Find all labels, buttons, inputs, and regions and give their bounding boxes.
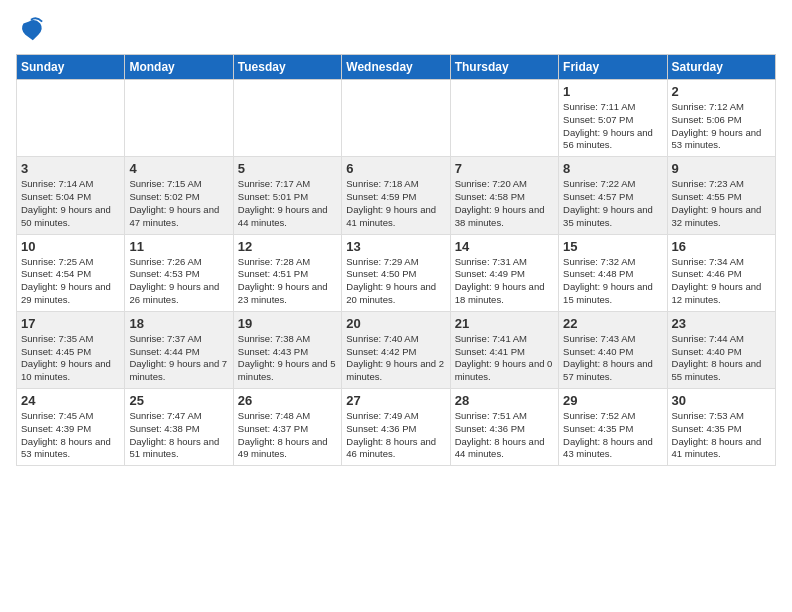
day-number: 14: [455, 239, 554, 254]
calendar-cell: 17Sunrise: 7:35 AM Sunset: 4:45 PM Dayli…: [17, 311, 125, 388]
calendar-cell: [233, 80, 341, 157]
calendar-cell: 6Sunrise: 7:18 AM Sunset: 4:59 PM Daylig…: [342, 157, 450, 234]
day-number: 2: [672, 84, 771, 99]
col-header-friday: Friday: [559, 55, 667, 80]
day-number: 30: [672, 393, 771, 408]
calendar-cell: 24Sunrise: 7:45 AM Sunset: 4:39 PM Dayli…: [17, 389, 125, 466]
day-info: Sunrise: 7:14 AM Sunset: 5:04 PM Dayligh…: [21, 178, 120, 229]
calendar-week-row: 24Sunrise: 7:45 AM Sunset: 4:39 PM Dayli…: [17, 389, 776, 466]
day-info: Sunrise: 7:23 AM Sunset: 4:55 PM Dayligh…: [672, 178, 771, 229]
day-info: Sunrise: 7:48 AM Sunset: 4:37 PM Dayligh…: [238, 410, 337, 461]
calendar-cell: 21Sunrise: 7:41 AM Sunset: 4:41 PM Dayli…: [450, 311, 558, 388]
logo: [16, 16, 48, 44]
calendar-cell: 27Sunrise: 7:49 AM Sunset: 4:36 PM Dayli…: [342, 389, 450, 466]
calendar-cell: 20Sunrise: 7:40 AM Sunset: 4:42 PM Dayli…: [342, 311, 450, 388]
day-info: Sunrise: 7:17 AM Sunset: 5:01 PM Dayligh…: [238, 178, 337, 229]
day-info: Sunrise: 7:34 AM Sunset: 4:46 PM Dayligh…: [672, 256, 771, 307]
day-info: Sunrise: 7:25 AM Sunset: 4:54 PM Dayligh…: [21, 256, 120, 307]
calendar-cell: 11Sunrise: 7:26 AM Sunset: 4:53 PM Dayli…: [125, 234, 233, 311]
calendar-cell: 13Sunrise: 7:29 AM Sunset: 4:50 PM Dayli…: [342, 234, 450, 311]
day-info: Sunrise: 7:45 AM Sunset: 4:39 PM Dayligh…: [21, 410, 120, 461]
day-info: Sunrise: 7:12 AM Sunset: 5:06 PM Dayligh…: [672, 101, 771, 152]
day-info: Sunrise: 7:32 AM Sunset: 4:48 PM Dayligh…: [563, 256, 662, 307]
day-info: Sunrise: 7:38 AM Sunset: 4:43 PM Dayligh…: [238, 333, 337, 384]
calendar-cell: 26Sunrise: 7:48 AM Sunset: 4:37 PM Dayli…: [233, 389, 341, 466]
day-number: 5: [238, 161, 337, 176]
day-number: 7: [455, 161, 554, 176]
header: [16, 16, 776, 44]
day-number: 3: [21, 161, 120, 176]
calendar-cell: 30Sunrise: 7:53 AM Sunset: 4:35 PM Dayli…: [667, 389, 775, 466]
day-number: 24: [21, 393, 120, 408]
calendar-table: SundayMondayTuesdayWednesdayThursdayFrid…: [16, 54, 776, 466]
day-number: 28: [455, 393, 554, 408]
day-number: 8: [563, 161, 662, 176]
day-number: 1: [563, 84, 662, 99]
calendar-cell: 14Sunrise: 7:31 AM Sunset: 4:49 PM Dayli…: [450, 234, 558, 311]
calendar-week-row: 10Sunrise: 7:25 AM Sunset: 4:54 PM Dayli…: [17, 234, 776, 311]
calendar-cell: 23Sunrise: 7:44 AM Sunset: 4:40 PM Dayli…: [667, 311, 775, 388]
day-info: Sunrise: 7:49 AM Sunset: 4:36 PM Dayligh…: [346, 410, 445, 461]
day-info: Sunrise: 7:43 AM Sunset: 4:40 PM Dayligh…: [563, 333, 662, 384]
day-info: Sunrise: 7:44 AM Sunset: 4:40 PM Dayligh…: [672, 333, 771, 384]
day-info: Sunrise: 7:51 AM Sunset: 4:36 PM Dayligh…: [455, 410, 554, 461]
calendar-cell: 22Sunrise: 7:43 AM Sunset: 4:40 PM Dayli…: [559, 311, 667, 388]
day-info: Sunrise: 7:52 AM Sunset: 4:35 PM Dayligh…: [563, 410, 662, 461]
calendar-cell: 1Sunrise: 7:11 AM Sunset: 5:07 PM Daylig…: [559, 80, 667, 157]
day-number: 23: [672, 316, 771, 331]
calendar-cell: 15Sunrise: 7:32 AM Sunset: 4:48 PM Dayli…: [559, 234, 667, 311]
day-number: 11: [129, 239, 228, 254]
calendar-cell: 28Sunrise: 7:51 AM Sunset: 4:36 PM Dayli…: [450, 389, 558, 466]
calendar-cell: 2Sunrise: 7:12 AM Sunset: 5:06 PM Daylig…: [667, 80, 775, 157]
calendar-cell: 18Sunrise: 7:37 AM Sunset: 4:44 PM Dayli…: [125, 311, 233, 388]
day-number: 21: [455, 316, 554, 331]
calendar-cell: 19Sunrise: 7:38 AM Sunset: 4:43 PM Dayli…: [233, 311, 341, 388]
day-number: 6: [346, 161, 445, 176]
col-header-sunday: Sunday: [17, 55, 125, 80]
calendar-cell: [125, 80, 233, 157]
day-info: Sunrise: 7:41 AM Sunset: 4:41 PM Dayligh…: [455, 333, 554, 384]
calendar-cell: 29Sunrise: 7:52 AM Sunset: 4:35 PM Dayli…: [559, 389, 667, 466]
calendar-week-row: 1Sunrise: 7:11 AM Sunset: 5:07 PM Daylig…: [17, 80, 776, 157]
day-number: 19: [238, 316, 337, 331]
day-info: Sunrise: 7:35 AM Sunset: 4:45 PM Dayligh…: [21, 333, 120, 384]
day-info: Sunrise: 7:29 AM Sunset: 4:50 PM Dayligh…: [346, 256, 445, 307]
day-number: 10: [21, 239, 120, 254]
calendar-cell: 4Sunrise: 7:15 AM Sunset: 5:02 PM Daylig…: [125, 157, 233, 234]
calendar-cell: 3Sunrise: 7:14 AM Sunset: 5:04 PM Daylig…: [17, 157, 125, 234]
calendar-cell: 9Sunrise: 7:23 AM Sunset: 4:55 PM Daylig…: [667, 157, 775, 234]
day-number: 22: [563, 316, 662, 331]
col-header-tuesday: Tuesday: [233, 55, 341, 80]
day-number: 18: [129, 316, 228, 331]
day-number: 4: [129, 161, 228, 176]
day-info: Sunrise: 7:18 AM Sunset: 4:59 PM Dayligh…: [346, 178, 445, 229]
day-number: 16: [672, 239, 771, 254]
col-header-thursday: Thursday: [450, 55, 558, 80]
day-number: 9: [672, 161, 771, 176]
calendar-cell: 7Sunrise: 7:20 AM Sunset: 4:58 PM Daylig…: [450, 157, 558, 234]
calendar-cell: [342, 80, 450, 157]
calendar-week-row: 17Sunrise: 7:35 AM Sunset: 4:45 PM Dayli…: [17, 311, 776, 388]
calendar-header-row: SundayMondayTuesdayWednesdayThursdayFrid…: [17, 55, 776, 80]
calendar-week-row: 3Sunrise: 7:14 AM Sunset: 5:04 PM Daylig…: [17, 157, 776, 234]
day-info: Sunrise: 7:37 AM Sunset: 4:44 PM Dayligh…: [129, 333, 228, 384]
calendar-cell: 25Sunrise: 7:47 AM Sunset: 4:38 PM Dayli…: [125, 389, 233, 466]
day-info: Sunrise: 7:22 AM Sunset: 4:57 PM Dayligh…: [563, 178, 662, 229]
calendar-cell: 16Sunrise: 7:34 AM Sunset: 4:46 PM Dayli…: [667, 234, 775, 311]
day-number: 26: [238, 393, 337, 408]
calendar-cell: 5Sunrise: 7:17 AM Sunset: 5:01 PM Daylig…: [233, 157, 341, 234]
day-number: 20: [346, 316, 445, 331]
day-number: 17: [21, 316, 120, 331]
calendar-cell: 12Sunrise: 7:28 AM Sunset: 4:51 PM Dayli…: [233, 234, 341, 311]
day-number: 27: [346, 393, 445, 408]
day-number: 25: [129, 393, 228, 408]
day-number: 15: [563, 239, 662, 254]
day-number: 29: [563, 393, 662, 408]
day-number: 13: [346, 239, 445, 254]
day-info: Sunrise: 7:53 AM Sunset: 4:35 PM Dayligh…: [672, 410, 771, 461]
logo-icon: [16, 16, 44, 44]
col-header-saturday: Saturday: [667, 55, 775, 80]
day-info: Sunrise: 7:11 AM Sunset: 5:07 PM Dayligh…: [563, 101, 662, 152]
calendar-cell: [450, 80, 558, 157]
day-info: Sunrise: 7:31 AM Sunset: 4:49 PM Dayligh…: [455, 256, 554, 307]
